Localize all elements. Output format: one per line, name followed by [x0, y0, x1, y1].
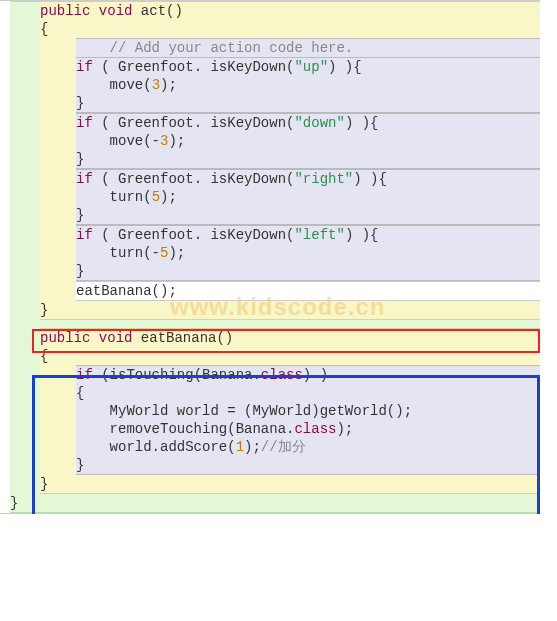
code-line: {	[0, 347, 540, 365]
code-line: }	[0, 206, 540, 225]
code-line: if ( Greenfoot. isKeyDown("left") ){	[0, 225, 540, 244]
code-line: }	[0, 456, 540, 475]
comment: // Add your action code here.	[110, 40, 354, 56]
code-line: if ( Greenfoot. isKeyDown("up") ){	[0, 57, 540, 76]
kw-void: void	[99, 3, 133, 19]
code-line: if (isTouching(Banana.class) )	[0, 365, 540, 384]
code-line: turn(-5);	[0, 244, 540, 262]
code-line: move(-3);	[0, 132, 540, 150]
code-line-eatbanana-call: eatBanana();	[0, 281, 540, 301]
code-line: // Add your action code here.	[0, 38, 540, 57]
method-name: act	[141, 3, 166, 19]
kw-public: public	[40, 3, 90, 19]
code-line: {	[0, 20, 540, 38]
blank-line	[0, 320, 540, 328]
code-line: {	[0, 384, 540, 402]
code-editor: public void act() { // Add your action c…	[0, 0, 540, 514]
code-line: }	[0, 475, 540, 494]
code-line: move(3);	[0, 76, 540, 94]
code-line: }	[0, 94, 540, 113]
code-line: public void eatBanana()	[0, 328, 540, 347]
code-line: }	[0, 494, 540, 513]
code-line: removeTouching(Banana.class);	[0, 420, 540, 438]
code-line: }	[0, 301, 540, 320]
code-line: MyWorld world = (MyWorld)getWorld();	[0, 402, 540, 420]
code-line: public void act()	[0, 1, 540, 20]
code-line: world.addScore(1);//加分	[0, 438, 540, 456]
code-line: turn(5);	[0, 188, 540, 206]
code-line: }	[0, 150, 540, 169]
code-line: if ( Greenfoot. isKeyDown("down") ){	[0, 113, 540, 132]
code-line: if ( Greenfoot. isKeyDown("right") ){	[0, 169, 540, 188]
code-line: }	[0, 262, 540, 281]
